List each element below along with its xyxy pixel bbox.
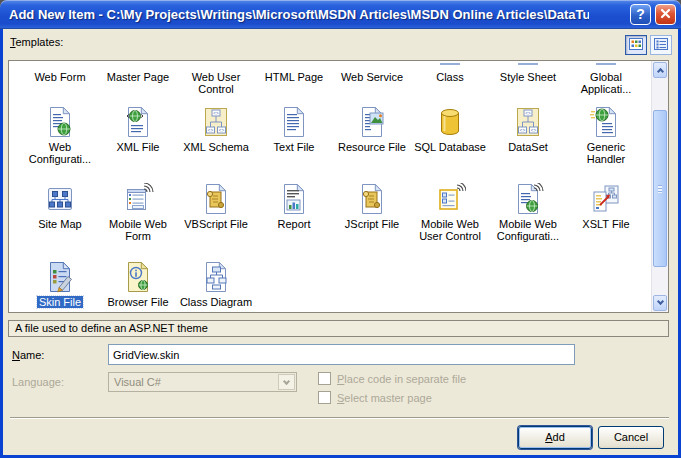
template-item-label: Web Configurati... [21,141,99,165]
template-item-label: Generic Handler [567,141,645,165]
template-item-label: Resource File [338,141,406,153]
template-row: Web FormMaster PageWeb User ControlHTML … [9,63,645,101]
template-item-label: VBScript File [184,218,248,230]
template-item-site-map[interactable]: Site Map [21,178,99,256]
template-item-label: Skin File [37,296,83,308]
text-file-icon [278,106,310,138]
template-item-web-service[interactable]: Web Service [333,63,411,101]
template-item-label: Master Page [107,71,169,83]
add-new-item-dialog: Add New Item - C:\My Projects\Writings\M… [0,0,681,458]
xml-file-icon [122,106,154,138]
template-item-master-page[interactable]: Master Page [99,63,177,101]
select-master-checkbox [318,391,331,404]
class-diagram-icon [200,261,232,293]
svg-text:<>: <> [208,128,214,133]
template-item-jscript-file[interactable]: JScript File [333,178,411,256]
template-item-label: Web Service [341,71,403,83]
template-item-mobile-web-form[interactable]: Mobile Web Form [99,178,177,256]
template-item-xml-schema[interactable]: <><><>XML Schema [177,101,255,178]
template-item-label: Browser File [107,296,168,308]
chevron-up-icon [656,68,663,75]
template-item-class-diagram[interactable]: Class Diagram [177,256,255,312]
xslt-file-icon [590,183,622,215]
template-item-label: Class Diagram [180,296,252,308]
template-item-generic-handler[interactable]: Generic Handler [567,101,645,178]
window-title: Add New Item - C:\My Projects\Writings\M… [9,0,589,29]
templates-grid: Web FormMaster PageWeb User ControlHTML … [9,61,651,312]
template-item-label: Web User Control [177,71,255,95]
sql-database-icon [434,106,466,138]
skin-file-icon [44,261,76,293]
template-item-global-applicati[interactable]: Global Applicati... [567,63,645,101]
language-select: Visual C# [108,372,297,392]
divider [10,417,669,419]
template-item-label: JScript File [345,218,399,230]
report-icon [278,183,310,215]
template-item-label: Mobile Web Configurati... [489,218,567,242]
large-icons-view-button[interactable] [625,35,647,55]
template-item-label: Global Applicati... [567,71,645,95]
chevron-down-icon [283,377,290,384]
template-item-label: DataSet [508,141,548,153]
template-item-browser-file[interactable]: Browser File [99,256,177,312]
scrollbar-grip [658,185,662,193]
template-item-html-page[interactable]: HTML Page [255,63,333,101]
cut-off-icon-sliver [440,63,460,65]
template-item-label: XML Schema [183,141,249,153]
place-code-checkbox-row: Place code in separate file [318,372,466,385]
template-item-mobile-web-configurati[interactable]: Mobile Web Configurati... [489,178,567,256]
mobile-web-user-control-icon [434,183,466,215]
template-item-text-file[interactable]: Text File [255,101,333,178]
template-item-web-form[interactable]: Web Form [21,63,99,101]
dialog-body: Templates: Web FormMaster PageWeb User C… [0,29,681,458]
scroll-down-button[interactable] [653,295,667,311]
help-icon: ? [636,6,645,22]
template-item-skin-file[interactable]: Skin File [21,256,99,312]
template-item-class[interactable]: Class [411,63,489,101]
template-item-web-configurati[interactable]: Web Configurati... [21,101,99,178]
template-item-style-sheet[interactable]: Style Sheet [489,63,567,101]
add-button[interactable]: Add [518,426,592,449]
template-row: Web Configurati...XML File<><><>XML Sche… [9,101,645,178]
vertical-scrollbar[interactable] [651,61,668,312]
template-item-xslt-file[interactable]: XSLT File [567,178,645,256]
template-item-dataset[interactable]: <><><>DataSet [489,101,567,178]
template-item-label: Style Sheet [500,71,556,83]
template-row: Site MapMobile Web FormVBScript FileRepo… [9,178,645,256]
template-item-vbscript-file[interactable]: VBScript File [177,178,255,256]
help-button[interactable]: ? [630,4,651,25]
site-map-icon [44,183,76,215]
template-description: A file used to define an ASP.NET theme [8,320,669,337]
template-item-label: HTML Page [265,71,323,83]
template-item-report[interactable]: Report [255,178,333,256]
scroll-up-button[interactable] [653,62,667,78]
select-master-checkbox-row: Select master page [318,391,432,404]
template-item-label: Web Form [34,71,85,83]
template-item-label: SQL Database [414,141,486,153]
cut-off-icon-sliver [596,63,616,65]
template-item-label: Mobile Web User Control [411,218,489,242]
template-item-web-user-control[interactable]: Web User Control [177,63,255,101]
select-master-label: Select master page [337,392,432,404]
mobile-web-form-icon [122,183,154,215]
cancel-button[interactable]: Cancel [598,426,664,449]
template-item-resource-file[interactable]: Resource File [333,101,411,178]
scrollbar-thumb[interactable] [653,110,667,267]
template-item-label: Class [436,71,464,83]
template-item-xml-file[interactable]: XML File [99,101,177,178]
place-code-label: Place code in separate file [337,373,466,385]
xml-schema-icon: <><><> [200,106,232,138]
close-icon [660,6,671,22]
template-item-label: XML File [117,141,160,153]
browser-file-icon [122,261,154,293]
template-item-mobile-web-user-control[interactable]: Mobile Web User Control [411,178,489,256]
small-icons-view-icon [654,36,668,54]
large-icons-view-icon [629,36,643,54]
name-input[interactable] [108,344,575,365]
close-button[interactable] [655,4,676,25]
title-bar[interactable]: Add New Item - C:\My Projects\Writings\M… [0,0,681,29]
small-icons-view-button[interactable] [650,35,672,55]
template-item-sql-database[interactable]: SQL Database [411,101,489,178]
name-label: Name: [12,349,44,361]
svg-text:<>: <> [525,111,531,116]
